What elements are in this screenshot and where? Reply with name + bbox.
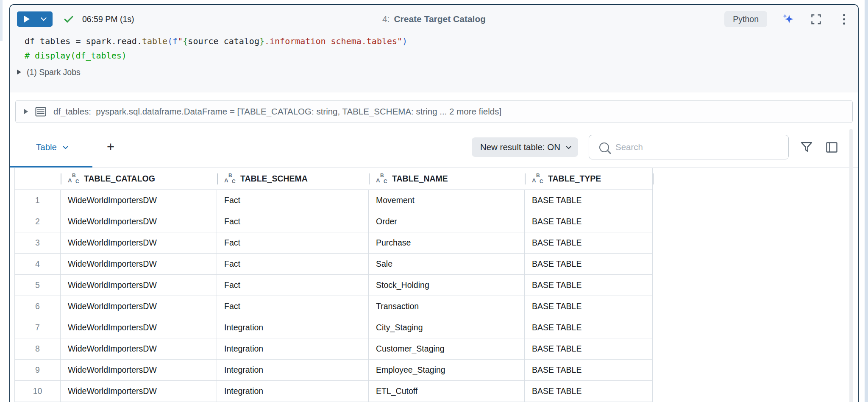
table-row: 7WideWorldImportersDWIntegrationCity_Sta…: [14, 317, 653, 338]
column-header[interactable]: ABCTABLE_NAME: [369, 168, 525, 190]
code-line-1: df_tables = spark.read.table(f"{source_c…: [25, 34, 848, 48]
table-cell: BASE TABLE: [525, 338, 653, 359]
chevron-down-icon: [566, 144, 571, 149]
table-cell: BASE TABLE: [525, 317, 653, 338]
results-toolbar-right: New result table: ON: [472, 127, 839, 167]
table-cell: BASE TABLE: [525, 254, 653, 274]
new-result-table-toggle[interactable]: New result table: ON: [472, 137, 578, 157]
chevron-down-icon: [41, 15, 47, 21]
table-row: 5WideWorldImportersDWFactStock_HoldingBA…: [14, 275, 653, 296]
table-cell: Integration: [217, 317, 369, 338]
string-type-icon-letter: B: [536, 173, 540, 179]
cell-title-text: Create Target Catalog: [394, 14, 486, 24]
table-row: 8WideWorldImportersDWIntegrationCustomer…: [14, 338, 653, 360]
table-cell: BASE TABLE: [525, 232, 653, 253]
results-scrollbar[interactable]: [849, 129, 853, 402]
search-box: [589, 135, 789, 159]
table-cell: Fact: [217, 275, 369, 296]
table-cell: ETL_Cutoff: [369, 381, 525, 402]
results-table-header: ABCTABLE_CATALOGABCTABLE_SCHEMAABCTABLE_…: [14, 168, 653, 190]
cell-header-bar: 06:59 PM (1s) 4: Create Target Catalog P…: [10, 5, 858, 33]
table-cell: Fact: [217, 211, 369, 232]
row-number-cell: 1: [14, 190, 61, 211]
table-cell: Sale: [369, 254, 525, 274]
string-type-icon: ABC: [532, 173, 544, 184]
disclosure-triangle-icon: [17, 70, 21, 75]
results-table: ABCTABLE_CATALOGABCTABLE_SCHEMAABCTABLE_…: [14, 168, 653, 402]
string-type-icon: ABC: [68, 173, 80, 184]
row-number-cell: 2: [14, 211, 61, 232]
table-cell: Customer_Staging: [369, 338, 525, 359]
table-cell: City_Staging: [369, 317, 525, 338]
string-type-icon-letter: C: [384, 179, 387, 184]
string-type-icon: ABC: [376, 173, 388, 184]
table-cell: Movement: [369, 190, 525, 211]
filter-icon[interactable]: [799, 140, 814, 154]
code-editor[interactable]: df_tables = spark.read.table(f"{source_c…: [25, 34, 848, 63]
dataframe-summary-text: df_tables: pyspark.sql.dataframe.DataFra…: [53, 106, 501, 117]
string-type-icon-letter: B: [380, 173, 384, 179]
column-header[interactable]: ABCTABLE_SCHEMA: [217, 168, 369, 190]
language-selector-button[interactable]: Python: [724, 11, 767, 27]
dataframe-summary-toggle[interactable]: df_tables: pyspark.sql.dataframe.DataFra…: [15, 100, 853, 123]
column-header[interactable]: ABCTABLE_CATALOG: [61, 168, 217, 190]
tab-table[interactable]: Table: [10, 127, 92, 167]
active-tab-underline: [10, 166, 92, 168]
table-cell: WideWorldImportersDW: [61, 232, 217, 253]
table-row: 6WideWorldImportersDWFactTransactionBASE…: [14, 296, 653, 317]
run-button[interactable]: [17, 11, 53, 27]
success-check-icon: [64, 13, 73, 22]
cell-title[interactable]: 4: Create Target Catalog: [382, 5, 486, 33]
table-cell: BASE TABLE: [525, 381, 653, 402]
row-number-cell: 8: [14, 338, 61, 359]
table-row: 3WideWorldImportersDWFactPurchaseBASE TA…: [14, 232, 653, 254]
results-table-body: 1WideWorldImportersDWFactMovementBASE TA…: [14, 190, 653, 402]
search-icon: [599, 142, 609, 152]
side-panel-icon[interactable]: [824, 140, 839, 154]
string-type-icon-letter: A: [224, 177, 228, 184]
search-input[interactable]: [615, 142, 782, 152]
string-type-icon-letter: B: [72, 173, 76, 179]
row-number-cell: 9: [14, 360, 61, 380]
chevron-down-icon: [63, 144, 68, 149]
fullscreen-icon[interactable]: [809, 12, 823, 26]
assistant-sparkles-icon[interactable]: [781, 12, 795, 26]
table-cell: WideWorldImportersDW: [61, 254, 217, 274]
results-toolbar: Table + New result table: ON: [10, 127, 858, 168]
row-number-cell: 3: [14, 232, 61, 253]
table-cell: Fact: [217, 190, 369, 211]
run-play-button[interactable]: [17, 11, 35, 27]
table-cell: Fact: [217, 254, 369, 274]
string-type-icon-letter: B: [228, 173, 232, 179]
page-edge-left: [0, 0, 3, 41]
code-line-2: # display(df_tables): [25, 48, 848, 63]
row-number-cell: 7: [14, 317, 61, 338]
string-type-icon-letter: A: [376, 177, 380, 184]
column-header[interactable]: ABCTABLE_TYPE: [525, 168, 653, 190]
row-number-cell: 6: [14, 296, 61, 317]
string-type-icon-letter: A: [532, 177, 536, 184]
table-cell: WideWorldImportersDW: [61, 296, 217, 317]
spark-jobs-toggle[interactable]: (1) Spark Jobs: [17, 67, 81, 77]
table-cell: BASE TABLE: [525, 275, 653, 296]
column-header-label: TABLE_TYPE: [548, 174, 601, 184]
string-type-icon-letter: C: [232, 179, 236, 184]
string-type-icon-letter: C: [75, 179, 79, 184]
notebook-cell: 06:59 PM (1s) 4: Create Target Catalog P…: [9, 4, 859, 402]
add-visualization-button[interactable]: +: [101, 127, 120, 167]
kebab-menu-icon[interactable]: [837, 12, 851, 26]
string-type-icon-letter: A: [68, 177, 72, 184]
table-cell: Transaction: [369, 296, 525, 317]
row-number-cell: 10: [14, 381, 61, 402]
table-row: 2WideWorldImportersDWFactOrderBASE TABLE: [14, 211, 653, 232]
table-cell: Integration: [217, 338, 369, 359]
table-cell: Order: [369, 211, 525, 232]
row-number-cell: 5: [14, 275, 61, 296]
table-cell: Fact: [217, 232, 369, 253]
table-cell: Employee_Staging: [369, 360, 525, 380]
table-cell: WideWorldImportersDW: [61, 360, 217, 380]
table-cell: WideWorldImportersDW: [61, 275, 217, 296]
play-icon: [24, 16, 30, 22]
run-options-button[interactable]: [35, 11, 53, 27]
table-cell: BASE TABLE: [525, 211, 653, 232]
